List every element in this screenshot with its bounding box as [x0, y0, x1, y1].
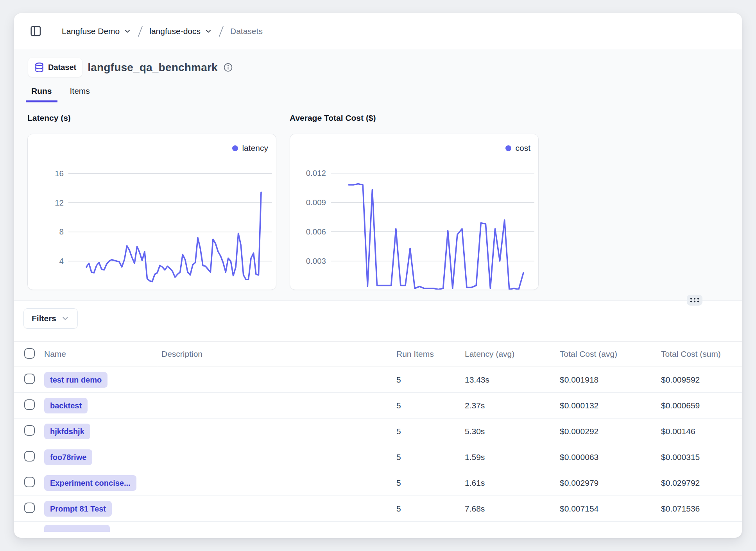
- run-total-cost-avg: $0.000063: [560, 453, 661, 462]
- filters-button[interactable]: Filters: [23, 308, 78, 329]
- row-checkbox[interactable]: [24, 374, 35, 384]
- column-header-run-items[interactable]: Run Items: [396, 349, 465, 359]
- run-total-cost-sum: $0.029792: [661, 478, 742, 488]
- run-total-cost-avg: $0.001918: [560, 375, 661, 385]
- run-latency-avg: 13.43s: [465, 375, 560, 385]
- column-header-total-cost-sum[interactable]: Total Cost (sum): [661, 349, 742, 359]
- run-items-count: 5: [396, 478, 465, 488]
- cost-chart-group: Average Total Cost ($) 0.0120.0090.0060.…: [290, 113, 539, 290]
- tab-bar: Runs Items: [14, 86, 742, 102]
- run-total-cost-avg: $0.007154: [560, 504, 661, 513]
- run-total-cost-sum: $0.071536: [661, 504, 742, 513]
- dataset-title-row: Dataset langfuse_qa_benchmark: [14, 49, 742, 77]
- latency-chart-title: Latency (s): [27, 113, 276, 123]
- run-latency-avg: 7.68s: [465, 504, 560, 513]
- run-latency-avg: 5.30s: [465, 427, 560, 436]
- breadcrumb-project[interactable]: langfuse-docs: [149, 27, 212, 36]
- cost-chart: 0.0120.0090.0060.003: [290, 134, 539, 290]
- column-header-description[interactable]: Description: [158, 349, 396, 359]
- tab-items[interactable]: Items: [64, 86, 95, 102]
- latency-chart: 161284: [28, 134, 276, 290]
- table-row[interactable]: hjkfdshjk 5 5.30s $0.000292 $0.00146: [14, 419, 742, 444]
- run-items-count: 5: [396, 453, 465, 462]
- table-row[interactable]: Prompt 81 Test 5 7.68s $0.007154 $0.0715…: [14, 496, 742, 522]
- breadcrumb-org[interactable]: Langfuse Demo: [62, 27, 131, 36]
- run-total-cost-avg: $0.000132: [560, 401, 661, 410]
- sidebar-toggle-button[interactable]: [29, 25, 42, 38]
- grip-dots-icon: [690, 297, 700, 303]
- svg-text:0.006: 0.006: [306, 227, 326, 236]
- svg-text:12: 12: [55, 198, 64, 207]
- run-total-cost-sum: $0.009592: [661, 375, 742, 385]
- dataset-type-badge: Dataset: [28, 58, 82, 77]
- table-row[interactable]: backtest 5 2.37s $0.000132 $0.000659: [14, 393, 742, 419]
- svg-text:8: 8: [59, 227, 64, 236]
- run-items-count: 5: [396, 375, 465, 385]
- tab-runs[interactable]: Runs: [26, 86, 57, 102]
- charts-section: Latency (s) 161284 latency Average Total…: [14, 102, 742, 290]
- run-latency-avg: 1.59s: [465, 453, 560, 462]
- run-items-count: 5: [396, 401, 465, 410]
- run-name-badge[interactable]: foo78riwe: [44, 449, 92, 465]
- legend-dot-icon: [232, 145, 238, 151]
- run-name-badge[interactable]: [44, 525, 110, 532]
- row-checkbox[interactable]: [24, 399, 35, 410]
- top-header: Langfuse Demo langfuse-docs Datasets: [14, 13, 742, 49]
- run-items-count: 5: [396, 504, 465, 513]
- run-name-badge[interactable]: Prompt 81 Test: [44, 501, 112, 517]
- table-row[interactable]: Experiment concise... 5 1.61s $0.002979 …: [14, 470, 742, 496]
- svg-text:0.009: 0.009: [306, 198, 326, 207]
- table-row[interactable]: [14, 522, 742, 532]
- chevron-down-icon: [124, 27, 131, 35]
- latency-legend: latency: [232, 143, 268, 153]
- cost-legend: cost: [505, 143, 530, 153]
- breadcrumb-section[interactable]: Datasets: [230, 27, 263, 36]
- page-title: langfuse_qa_benchmark: [88, 61, 218, 74]
- run-name-badge[interactable]: backtest: [44, 398, 88, 413]
- latency-legend-label: latency: [242, 143, 268, 153]
- run-latency-avg: 2.37s: [465, 401, 560, 410]
- table-row[interactable]: foo78riwe 5 1.59s $0.000063 $0.000315: [14, 444, 742, 470]
- run-total-cost-avg: $0.000292: [560, 427, 661, 436]
- dataset-badge-label: Dataset: [48, 63, 76, 72]
- breadcrumb-org-label: Langfuse Demo: [62, 27, 120, 36]
- table-header-row: Name Description Run Items Latency (avg)…: [14, 341, 742, 367]
- row-checkbox[interactable]: [24, 503, 35, 513]
- row-checkbox[interactable]: [24, 425, 35, 436]
- table-row[interactable]: test run demo 5 13.43s $0.001918 $0.0095…: [14, 367, 742, 393]
- app-window: Langfuse Demo langfuse-docs Datasets: [14, 13, 742, 538]
- chevron-down-icon: [204, 27, 212, 35]
- breadcrumb-separator: [219, 25, 224, 38]
- resize-drag-handle[interactable]: [687, 295, 702, 306]
- filters-row: Filters: [14, 301, 742, 341]
- latency-chart-card: 161284 latency: [27, 134, 276, 290]
- run-name-badge[interactable]: test run demo: [44, 372, 107, 388]
- breadcrumb-project-label: langfuse-docs: [149, 27, 201, 36]
- row-checkbox[interactable]: [24, 477, 35, 487]
- table-body: test run demo 5 13.43s $0.001918 $0.0095…: [14, 367, 742, 532]
- run-items-count: 5: [396, 427, 465, 436]
- svg-text:0.003: 0.003: [306, 256, 326, 265]
- section-divider: [14, 300, 742, 301]
- page-body-upper: Dataset langfuse_qa_benchmark Runs Items…: [14, 49, 742, 300]
- run-name-badge[interactable]: hjkfdshjk: [44, 424, 90, 439]
- select-all-checkbox[interactable]: [24, 348, 35, 359]
- run-total-cost-sum: $0.000315: [661, 453, 742, 462]
- column-header-name[interactable]: Name: [44, 342, 158, 367]
- legend-dot-icon: [505, 145, 511, 151]
- run-total-cost-sum: $0.00146: [661, 427, 742, 436]
- database-icon: [34, 62, 45, 73]
- svg-text:16: 16: [55, 169, 64, 178]
- run-total-cost-sum: $0.000659: [661, 401, 742, 410]
- runs-table: Name Description Run Items Latency (avg)…: [14, 341, 742, 532]
- cost-legend-label: cost: [515, 143, 530, 153]
- run-name-badge[interactable]: Experiment concise...: [44, 475, 136, 491]
- column-header-total-cost-avg[interactable]: Total Cost (avg): [560, 349, 661, 359]
- row-checkbox[interactable]: [24, 451, 35, 462]
- column-header-latency-avg[interactable]: Latency (avg): [465, 349, 560, 359]
- svg-text:4: 4: [59, 256, 64, 265]
- breadcrumb-section-label: Datasets: [230, 27, 263, 36]
- info-icon[interactable]: [223, 63, 233, 72]
- panel-left-icon: [30, 25, 42, 37]
- latency-chart-group: Latency (s) 161284 latency: [27, 113, 276, 290]
